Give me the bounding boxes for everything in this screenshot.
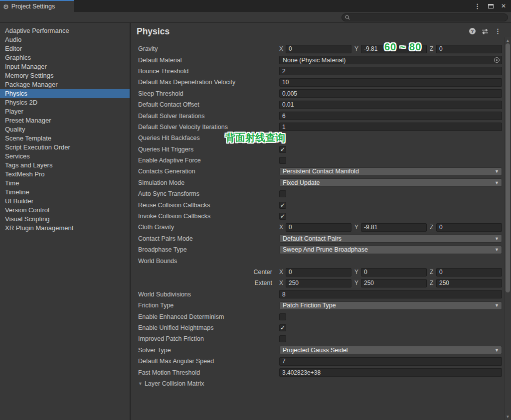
default-max-depenetration-velocity-input[interactable] xyxy=(279,78,502,87)
reuse-collision-callbacks-checkbox[interactable]: ✓ xyxy=(279,202,286,209)
center-z-input[interactable] xyxy=(436,268,502,277)
sidebar-item-tags-and-layers[interactable]: Tags and Layers xyxy=(0,161,130,170)
sidebar-item-input-manager[interactable]: Input Manager xyxy=(0,62,130,71)
sidebar-item-quality[interactable]: Quality xyxy=(0,125,130,134)
extent-y-input[interactable] xyxy=(361,279,427,287)
sidebar-item-physics[interactable]: Physics xyxy=(0,89,130,98)
settings-content: Physics ? ⋮ GravityXYZDefault MaterialNo… xyxy=(131,23,511,420)
sidebar-item-scene-template[interactable]: Scene Template xyxy=(0,134,130,143)
axis-label-x: X xyxy=(279,224,286,231)
auto-sync-transforms-checkbox[interactable] xyxy=(279,190,286,197)
sidebar-item-timeline[interactable]: Timeline xyxy=(0,188,130,197)
sidebar-item-script-execution-order[interactable]: Script Execution Order xyxy=(0,143,130,152)
vertical-scrollbar[interactable]: ▲ ▼ xyxy=(504,37,511,420)
gravity-x-input[interactable] xyxy=(286,45,351,53)
search-icon xyxy=(345,15,350,20)
axis-label-z: Z xyxy=(430,45,436,52)
sidebar-item-time[interactable]: Time xyxy=(0,179,130,188)
contacts-generation-dropdown[interactable]: Persistent Contact Manifold▼ xyxy=(279,167,502,176)
sidebar-item-visual-scripting[interactable]: Visual Scripting xyxy=(0,215,130,224)
help-icon[interactable]: ? xyxy=(469,28,476,34)
solver-type-dropdown[interactable]: Projected Gauss Seidel▼ xyxy=(279,346,502,354)
settings-row-center: CenterXYZ xyxy=(131,267,511,278)
row-value xyxy=(279,357,502,366)
chevron-down-icon: ▼ xyxy=(495,303,499,308)
row-label: Reuse Collision Callbacks xyxy=(131,202,279,209)
sidebar-item-xr-plugin-management[interactable]: XR Plugin Management xyxy=(0,224,130,233)
default-max-angular-speed-input[interactable] xyxy=(279,357,502,366)
settings-row-simulation-mode: Simulation ModeFixed Update▼ xyxy=(131,177,511,188)
world-subdivisions-input[interactable] xyxy=(279,290,502,298)
object-field-value: None (Physic Material) xyxy=(283,57,345,64)
foldout-arrow-icon[interactable]: ▼ xyxy=(138,381,143,386)
row-value: Persistent Contact Manifold▼ xyxy=(279,167,502,176)
tab-project-settings[interactable]: ⚙ Project Settings xyxy=(0,0,74,12)
enable-unified-heightmaps-checkbox[interactable]: ✓ xyxy=(279,324,286,331)
broadphase-type-dropdown[interactable]: Sweep And Prune Broadphase▼ xyxy=(279,246,502,254)
row-value xyxy=(279,135,502,141)
settings-row-default-material: Default MaterialNone (Physic Material) xyxy=(131,54,511,65)
sidebar-item-adaptive-performance[interactable]: Adaptive Performance xyxy=(0,26,130,35)
sidebar-item-editor[interactable]: Editor xyxy=(0,44,130,53)
scrollbar-thumb[interactable] xyxy=(506,43,510,292)
search-box[interactable] xyxy=(341,13,508,21)
settings-row-friction-type: Friction TypePatch Friction Type▼ xyxy=(131,300,511,311)
extent-x-input[interactable] xyxy=(286,279,351,287)
scroll-down-icon[interactable]: ▼ xyxy=(505,415,511,419)
maximize-icon[interactable] xyxy=(488,4,494,8)
default-solver-iterations-input[interactable] xyxy=(279,112,502,120)
row-label: Default Max Angular Speed xyxy=(131,358,279,365)
sidebar-item-textmesh-pro[interactable]: TextMesh Pro xyxy=(0,170,130,179)
extent-z-input[interactable] xyxy=(436,279,502,287)
object-picker-icon[interactable] xyxy=(494,57,500,63)
sidebar-item-graphics[interactable]: Graphics xyxy=(0,53,130,62)
row-value: Projected Gauss Seidel▼ xyxy=(279,346,502,354)
sidebar-item-package-manager[interactable]: Package Manager xyxy=(0,80,130,89)
default-contact-offset-input[interactable] xyxy=(279,101,502,109)
preset-icon[interactable] xyxy=(482,28,489,34)
axis-label-y: Y xyxy=(354,269,361,276)
sidebar-item-preset-manager[interactable]: Preset Manager xyxy=(0,116,130,125)
cloth-gravity-z-input[interactable] xyxy=(436,223,502,232)
sidebar-item-physics-2d[interactable]: Physics 2D xyxy=(0,98,130,107)
cloth-gravity-y-input[interactable] xyxy=(361,223,427,232)
improved-patch-friction-checkbox[interactable] xyxy=(279,335,286,342)
simulation-mode-dropdown[interactable]: Fixed Update▼ xyxy=(279,178,502,187)
enable-adaptive-force-checkbox[interactable] xyxy=(279,157,286,164)
row-value xyxy=(279,190,502,197)
settings-row-auto-sync-transforms: Auto Sync Transforms xyxy=(131,188,511,199)
queries-hit-triggers-checkbox[interactable]: ✓ xyxy=(279,146,286,153)
dropdown-value: Default Contact Pairs xyxy=(283,235,341,242)
sidebar-item-services[interactable]: Services xyxy=(0,152,130,161)
enable-enhanced-determinism-checkbox[interactable] xyxy=(279,313,286,320)
row-label: ▼Layer Collision Matrix xyxy=(131,380,279,387)
gravity-z-input[interactable] xyxy=(436,45,502,53)
center-x-input[interactable] xyxy=(286,268,351,277)
row-label: Default Max Depenetration Velocity xyxy=(131,79,279,86)
default-solver-velocity-iterations-input[interactable] xyxy=(279,123,502,131)
window-menu-icon[interactable]: ⋮ xyxy=(474,3,481,9)
default-material-object-field[interactable]: None (Physic Material) xyxy=(279,56,502,64)
sleep-threshold-input[interactable] xyxy=(279,89,502,98)
invoke-collision-callbacks-checkbox[interactable]: ✓ xyxy=(279,213,286,220)
contact-pairs-mode-dropdown[interactable]: Default Contact Pairs▼ xyxy=(279,234,502,243)
row-value xyxy=(279,313,502,320)
cloth-gravity-x-input[interactable] xyxy=(286,223,351,232)
fast-motion-threshold-input[interactable] xyxy=(279,368,502,377)
row-value: ✓ xyxy=(279,202,502,209)
sidebar-item-audio[interactable]: Audio xyxy=(0,35,130,44)
center-y-input[interactable] xyxy=(361,268,427,277)
close-icon[interactable]: ✕ xyxy=(501,3,506,9)
scroll-up-icon[interactable]: ▲ xyxy=(505,38,511,43)
axis-label-z: Z xyxy=(430,269,436,276)
search-input[interactable] xyxy=(352,14,508,20)
sidebar-item-ui-builder[interactable]: UI Builder xyxy=(0,197,130,206)
kebab-menu-icon[interactable]: ⋮ xyxy=(495,28,501,34)
sidebar-item-version-control[interactable]: Version Control xyxy=(0,206,130,215)
sidebar-item-memory-settings[interactable]: Memory Settings xyxy=(0,71,130,80)
friction-type-dropdown[interactable]: Patch Friction Type▼ xyxy=(279,301,502,310)
sidebar-item-player[interactable]: Player xyxy=(0,107,130,116)
settings-row-reuse-collision-callbacks: Reuse Collision Callbacks✓ xyxy=(131,199,511,210)
axis-label-z: Z xyxy=(430,280,436,286)
bounce-threshold-input[interactable] xyxy=(279,67,502,75)
